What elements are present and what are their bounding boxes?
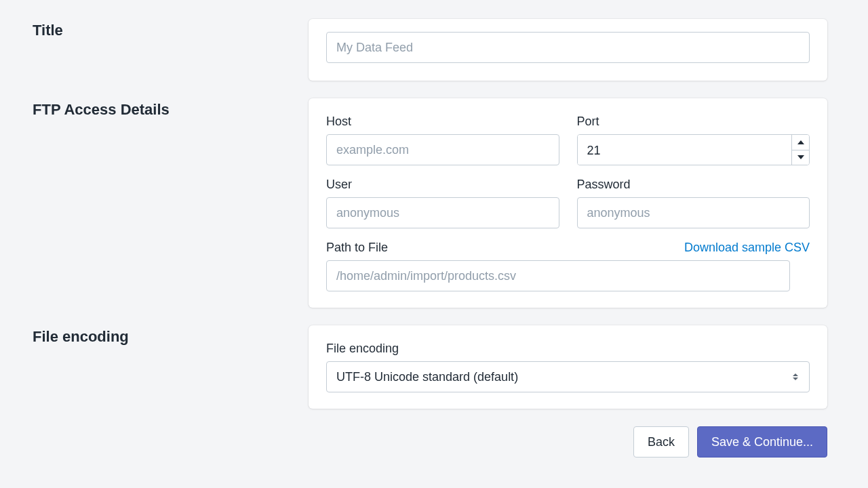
- section-ftp: FTP Access Details Host Port: [0, 98, 868, 308]
- card-title: [309, 19, 827, 81]
- label-path: Path to File: [326, 241, 388, 255]
- back-button[interactable]: Back: [633, 426, 689, 458]
- port-input-wrap: [577, 134, 810, 165]
- port-input[interactable]: [578, 135, 792, 165]
- section-label-title: Title: [0, 19, 309, 39]
- label-port: Port: [577, 115, 810, 129]
- label-host: Host: [326, 115, 559, 129]
- password-input[interactable]: [577, 197, 810, 228]
- section-label-ftp: FTP Access Details: [0, 98, 309, 119]
- title-input[interactable]: [326, 32, 810, 63]
- section-title: Title: [0, 19, 868, 81]
- encoding-select[interactable]: UTF-8 Unicode standard (default): [326, 361, 810, 392]
- path-input[interactable]: [326, 260, 790, 291]
- download-sample-link[interactable]: Download sample CSV: [684, 241, 810, 255]
- field-password: Password: [577, 178, 810, 228]
- form-root: Title FTP Access Details Host Port: [0, 0, 868, 458]
- port-step-up[interactable]: [792, 135, 809, 150]
- port-spinners: [791, 135, 809, 165]
- save-continue-button[interactable]: Save & Continue...: [697, 426, 827, 458]
- field-host: Host: [326, 115, 559, 165]
- field-user: User: [326, 178, 559, 228]
- encoding-selected-value: UTF-8 Unicode standard (default): [336, 370, 518, 384]
- field-port: Port: [577, 115, 810, 165]
- chevron-down-icon: [797, 155, 804, 159]
- label-password: Password: [577, 178, 810, 192]
- card-encoding: File encoding UTF-8 Unicode standard (de…: [309, 325, 827, 409]
- chevron-up-icon: [797, 140, 804, 144]
- section-label-encoding: File encoding: [0, 325, 309, 346]
- label-encoding-field: File encoding: [326, 342, 810, 356]
- card-ftp: Host Port User: [309, 98, 827, 308]
- field-path: Path to File Download sample CSV: [326, 241, 810, 291]
- form-actions: Back Save & Continue...: [309, 426, 827, 458]
- host-input[interactable]: [326, 134, 559, 165]
- select-caret-icon: [793, 373, 798, 380]
- label-user: User: [326, 178, 559, 192]
- section-encoding: File encoding File encoding UTF-8 Unicod…: [0, 325, 868, 409]
- port-step-down[interactable]: [792, 150, 809, 165]
- user-input[interactable]: [326, 197, 559, 228]
- field-encoding: File encoding UTF-8 Unicode standard (de…: [326, 342, 810, 392]
